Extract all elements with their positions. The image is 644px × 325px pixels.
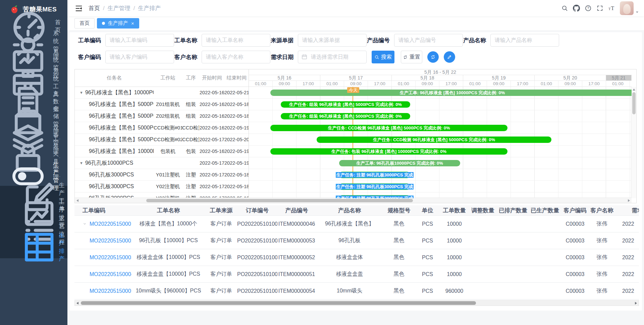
search-button[interactable]: 搜索 [372,51,394,63]
gantt-task-row[interactable]: 96孔移液盒【黑色】5000PCS Z02组装机 组装 2022-05-16 2… [75,110,249,122]
gantt-hscroll-thumb[interactable] [146,199,413,202]
gantt-bar[interactable]: 生产工单: 96孔孔板10000PCS 完成比例: 0% [339,160,460,166]
help-icon[interactable]: ? [585,5,592,12]
work-order-link[interactable]: MO202205150003 [90,255,131,261]
tab[interactable]: 生产排产 × [97,18,139,29]
breadcrumb-item[interactable]: 首页 [89,4,100,12]
scroll-left-arrow-icon[interactable] [76,302,78,305]
table-cell: ITEM00000053 [277,238,316,244]
gantt-task-row[interactable]: 96孔移液盒【黑色】5000PCS CCD检测#01 CCD检测 2022-05… [75,122,249,134]
github-icon[interactable] [573,5,580,12]
gantt-vertical-scrollbar[interactable] [631,87,636,198]
edit-circle-button[interactable] [444,51,455,63]
gantt-task-row[interactable]: 96孔孔板3000PCS Y02注塑机 注塑 2022-05-17 2022-0… [75,181,249,193]
work-order-link[interactable]: MO202205150004 [90,271,131,277]
tab-close-icon[interactable]: × [131,21,134,26]
table-cell: 黑色 [383,271,415,278]
gantt-vscroll-thumb[interactable] [632,92,636,114]
gantt-start-date: 2022-05-16 [200,102,224,107]
topbar: 首页/生产管理/生产排产 ? TT [67,0,644,16]
table-hscroll-thumb[interactable] [81,301,476,305]
table-cell: 2022 [614,255,639,261]
refresh-circle-button[interactable] [427,51,439,63]
table-cell: 960000 [440,288,469,294]
filter-field-input[interactable] [490,34,559,47]
gantt-start-date: 2022-05-16 [200,125,224,130]
gantt-bar[interactable]: 生产工单: 96孔移液盒 [黑色] 10000PCS 完成比例: 0% [270,90,632,96]
table-cell: 10000 [440,255,469,261]
filter-field-label: 产品名称 [463,37,486,44]
sidebar-subitem[interactable]: 生产排产 [0,239,67,256]
gantt-chart-area: 今天 生产工单: 96孔移液盒 [黑色] 10000PCS 完成比例: 0% 生… [249,87,632,198]
table-column-header: 工单来源 [205,207,237,214]
gantt-bar[interactable]: 生产任务: 注塑 96孔孔板3000PCS 完成 [339,195,410,198]
gantt-bar-label: 生产任务: CCD检测 96孔移液盒 [黑色] 5000PCS 完成比例: 0% [328,125,450,131]
table-cell: C00003 [561,271,589,277]
scroll-right-arrow-icon[interactable] [628,199,630,202]
table-cell: PO202205101001 [237,238,277,244]
filter-row-1: 工单编码 工单名称 来源单据 产品编号 产品名称 [78,34,559,47]
gantt-task-row[interactable]: ▼ 96孔孔板10000PCS 2022-05-17 2022-05-19 [75,157,249,169]
breadcrumb-item[interactable]: 生产排产 [138,4,161,12]
table-row[interactable]: MO20220515000510mm吸头【960000】PCS客户订单PO202… [74,283,639,300]
sidebar-subitem-label: 生产排产 [59,232,67,263]
gantt-task-name: 96孔孔板10000PCS [85,160,133,167]
work-order-link[interactable]: MO202205150001 [90,221,131,227]
collapse-triangle-icon[interactable]: ▼ [79,91,83,95]
gantt-task-row[interactable]: 96孔移液盒【黑色】10000PCS 包装机 包装 2022-05-16 202… [75,146,249,157]
table-horizontal-scrollbar[interactable] [74,300,639,306]
gantt-task-row[interactable]: 96孔移液盒【黑色】5000PCS CCD检测#02 CCD检测 2022-05… [75,134,249,146]
work-order-link[interactable]: MO202205150002 [90,238,131,244]
work-order-link[interactable]: MO202205150005 [90,288,131,294]
gantt-task-name: 96孔孔板3000PCS [89,183,134,190]
gantt-bar[interactable]: 生产任务: 组装 96孔移液盒 [黑色] 5000PCS 完成比例: 0% [281,101,410,108]
gantt-task-name: 96孔移液盒【黑色】5000PCS [89,136,154,143]
gantt-task-row[interactable]: 96孔孔板3000PCS Y01注塑机 注塑 2022-05-17 2022-0… [75,169,249,181]
filter-field-input[interactable] [202,34,270,47]
filter-field-input[interactable] [105,34,174,47]
gantt-bar[interactable]: 生产任务: 组装 96孔移液盒 [黑色] 5000PCS 完成比例: 0% [281,113,410,119]
breadcrumb-item[interactable]: 生产管理 [108,4,130,12]
filter-field: 产品名称 [463,34,559,47]
gantt-bar[interactable]: 生产任务: 包装 96孔移液盒 [黑色] 10000PCS 完成比例: 0% [270,148,507,155]
gantt-process: 注塑 [182,183,200,190]
scroll-right-arrow-icon[interactable] [635,302,637,305]
filter-field-input[interactable] [298,34,367,47]
search-icon[interactable] [561,5,568,12]
table-row[interactable]: MO202205150003移液盒盒体【10000】PCS客户订单PO20220… [74,249,639,266]
demand-date-input[interactable] [298,51,367,63]
gantt-horizontal-scrollbar[interactable] [75,198,632,203]
table-row[interactable]: MO202205150001移液盒【黑色】10000个客户订单PO2022051… [74,216,639,232]
scroll-left-arrow-icon[interactable] [76,199,78,202]
svg-text:T: T [608,7,611,11]
table-column-header: 已生产数量 [529,207,561,214]
collapse-triangle-icon[interactable]: ▼ [79,161,83,165]
font-size-icon[interactable]: TT [608,5,615,12]
table-row[interactable]: MO202205150004移液盒盒盖【10000】PCS客户订单PO20220… [74,266,639,283]
search-button-label: 搜索 [381,54,392,61]
table-row[interactable]: MO20220515000296孔孔板【10000】PCS客户订单PO20220… [74,232,639,249]
sidebar-collapse-icon[interactable] [74,4,83,13]
gantt-task-row[interactable]: ▼ 96孔移液盒【黑色】10000PCS 2022-05-16 2022-05-… [75,87,249,99]
filter-field-input[interactable] [394,34,463,47]
chevron-down-icon [59,99,61,104]
gantt-hour-cell: 17:00 [511,81,535,87]
filter-field-input[interactable] [105,51,174,63]
filter-field-label: 需求日期 [271,53,293,61]
row-expand-chevron-icon[interactable] [83,222,87,226]
gantt-bar[interactable]: 生产任务: 注塑 96孔孔板3000PCS 完成 [339,183,410,190]
user-menu[interactable] [620,1,639,15]
gantt-bar[interactable]: 生产任务: CCD检测 96孔移液盒 [黑色] 5000PCS 完成比例: 0% [270,125,507,131]
gantt-bar[interactable]: 生产任务: 注塑 96孔孔板3000PCS 完成 [339,172,410,178]
table-cell: 2022 [614,221,639,227]
reset-button[interactable]: 重置 [401,51,422,63]
gantt-task-row[interactable]: 96孔移液盒【黑色】5000PCS Z01组装机 组装 2022-05-16 2… [75,99,249,110]
table-cell: C00003 [561,255,589,261]
filter-field-input[interactable] [202,51,270,63]
tab[interactable]: 首页 [74,18,95,29]
search-button-icon [374,55,379,60]
scroll-up-arrow-icon[interactable] [633,89,635,91]
gantt-bar[interactable]: 生产任务: CCD检测 96孔移液盒 [黑色] 5000PCS 完成比例: 0% [317,137,551,143]
fullscreen-icon[interactable] [596,5,603,12]
avatar[interactable] [620,1,634,15]
